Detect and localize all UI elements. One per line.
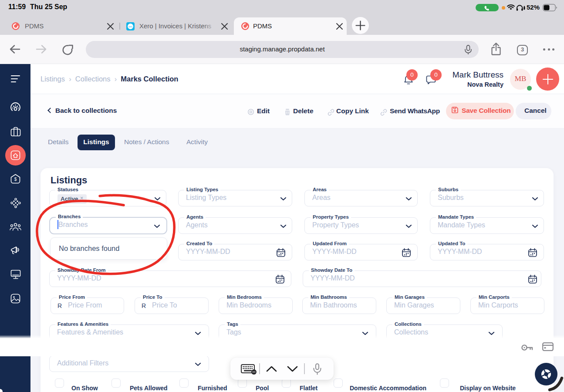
svg-text:xero: xero: [128, 26, 132, 28]
svg-text:$: $: [14, 177, 17, 182]
